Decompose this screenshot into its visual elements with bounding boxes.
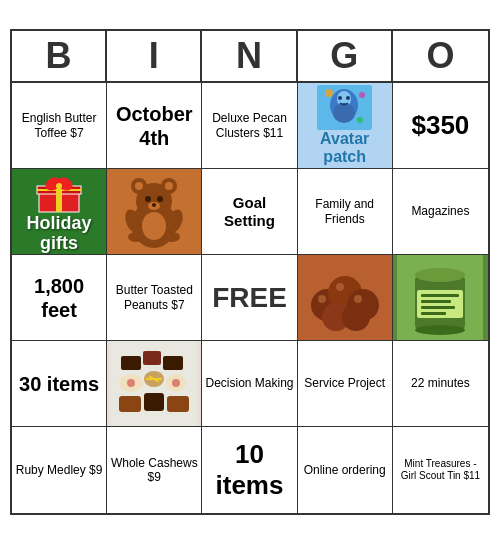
- avatar-label: Avatar patch: [300, 130, 390, 166]
- cell-r2c4: Family and Friends: [298, 169, 393, 255]
- cell-r5c1: Ruby Medley $9: [12, 427, 107, 513]
- bingo-card: B I N G O English Butter Toffee $7 Octob…: [10, 29, 490, 515]
- svg-point-38: [318, 295, 326, 303]
- svg-point-15: [56, 183, 62, 189]
- cell-r1c3: Deluxe Pecan Clusters $11: [202, 83, 297, 169]
- svg-point-29: [164, 232, 180, 242]
- svg-point-4: [338, 96, 342, 100]
- header-b: B: [12, 31, 107, 81]
- cell-r4c4: Service Project: [298, 341, 393, 427]
- cell-r2c3: Goal Setting: [202, 169, 297, 255]
- svg-point-6: [325, 89, 333, 97]
- header-o: O: [393, 31, 488, 81]
- cell-r1c4: Avatar patch: [298, 83, 393, 169]
- cell-r2c1: Holiday gifts: [12, 169, 107, 255]
- svg-point-21: [135, 182, 143, 190]
- svg-point-5: [346, 96, 350, 100]
- cell-r3c1: 1,800 feet: [12, 255, 107, 341]
- svg-rect-51: [121, 356, 141, 370]
- svg-point-28: [128, 232, 144, 242]
- cell-r4c1: 30 items: [12, 341, 107, 427]
- cell-r2c5: Magazines: [393, 169, 488, 255]
- svg-rect-59: [167, 396, 189, 412]
- svg-rect-48: [421, 312, 446, 315]
- svg-rect-52: [143, 351, 161, 365]
- svg-point-27: [142, 212, 166, 240]
- svg-point-23: [145, 196, 151, 202]
- cell-r3c3: FREE: [202, 255, 297, 341]
- svg-point-49: [415, 325, 465, 335]
- bingo-grid: English Butter Toffee $7 October 4th Del…: [12, 83, 488, 513]
- bingo-header: B I N G O: [12, 31, 488, 83]
- cell-r1c5: $350: [393, 83, 488, 169]
- svg-rect-57: [119, 396, 141, 412]
- cell-r3c2: Butter Toasted Peanuts $7: [107, 255, 202, 341]
- header-i: I: [107, 31, 202, 81]
- cell-r1c2: October 4th: [107, 83, 202, 169]
- svg-rect-45: [421, 294, 459, 297]
- svg-point-8: [359, 92, 365, 98]
- cell-r5c4: Online ordering: [298, 427, 393, 513]
- svg-rect-53: [163, 356, 183, 370]
- cell-r3c5: [393, 255, 488, 341]
- svg-point-61: [172, 379, 180, 387]
- header-g: G: [298, 31, 393, 81]
- svg-rect-58: [144, 393, 164, 411]
- cell-r1c1: English Butter Toffee $7: [12, 83, 107, 169]
- svg-point-3: [333, 103, 355, 123]
- svg-rect-12: [37, 189, 81, 191]
- svg-point-24: [157, 196, 163, 202]
- avatar-patch-image: [317, 85, 372, 130]
- cell-r4c5: 22 minutes: [393, 341, 488, 427]
- svg-point-26: [152, 203, 156, 207]
- svg-point-37: [342, 303, 370, 331]
- holiday-label: Holiday gifts: [15, 214, 103, 254]
- svg-point-43: [415, 268, 465, 282]
- svg-point-39: [336, 283, 344, 291]
- svg-point-22: [165, 182, 173, 190]
- svg-rect-47: [421, 306, 455, 309]
- cell-r4c2: [107, 341, 202, 427]
- svg-rect-46: [421, 300, 451, 303]
- svg-point-60: [127, 379, 135, 387]
- svg-point-40: [354, 295, 362, 303]
- header-n: N: [202, 31, 297, 81]
- svg-point-7: [357, 117, 363, 123]
- cell-r5c3: 10 items: [202, 427, 297, 513]
- cell-r5c5: Mint Treasures - Girl Scout Tin $11: [393, 427, 488, 513]
- cell-r4c3: Decision Making: [202, 341, 297, 427]
- cell-r5c2: Whole Cashews $9: [107, 427, 202, 513]
- cell-r2c2: [107, 169, 202, 255]
- cell-r3c4: [298, 255, 393, 341]
